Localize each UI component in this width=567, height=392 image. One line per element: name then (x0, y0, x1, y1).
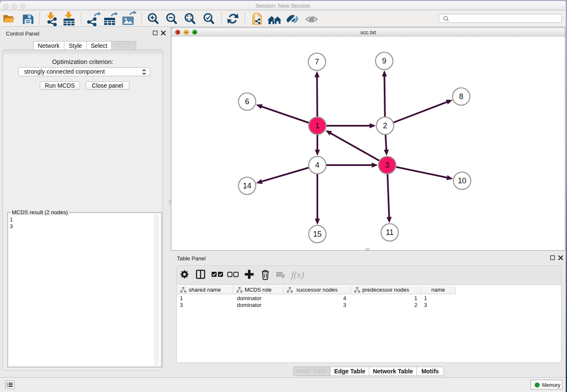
svg-text:10: 10 (458, 177, 466, 185)
svg-text:6: 6 (245, 97, 249, 106)
svg-text:9: 9 (382, 57, 386, 65)
svg-text:1: 1 (315, 121, 319, 130)
svg-text:f(x): f(x) (291, 269, 304, 280)
svg-text:3: 3 (385, 161, 389, 169)
svg-text:4: 4 (315, 161, 319, 169)
svg-text:15: 15 (313, 230, 322, 238)
svg-text:11: 11 (386, 228, 394, 237)
svg-text:2: 2 (383, 121, 387, 130)
svg-text:14: 14 (243, 182, 251, 190)
svg-text:8: 8 (459, 92, 463, 101)
svg-text:7: 7 (315, 58, 319, 66)
